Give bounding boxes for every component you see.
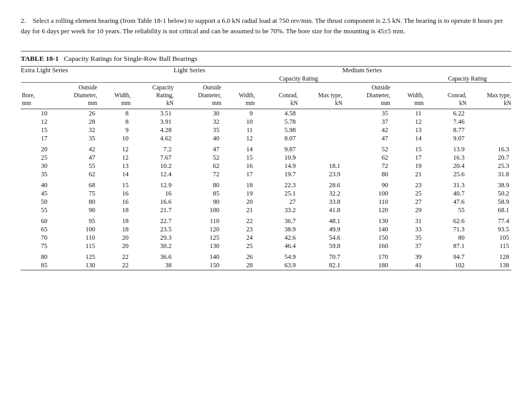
cell-bore: 30 <box>21 162 49 171</box>
cell-l-max: 32.2 <box>298 190 342 198</box>
cell-m-od: 52 <box>342 146 390 154</box>
table-row: 1735104.6240128.0747149.07 <box>21 135 511 143</box>
cell-l-od: 35 <box>174 126 221 135</box>
cell-m-max: 105 <box>467 234 511 242</box>
cell-l-con: 25.1 <box>255 190 298 198</box>
cell-l-od: 110 <box>174 217 221 226</box>
cell-l-con: 8.07 <box>255 135 298 143</box>
table-row: 153294.2835115.9842138.77 <box>21 126 511 135</box>
cell-l-w: 28 <box>221 262 255 270</box>
col-l-width: Width,mm <box>221 83 255 109</box>
cell-el-od: 35 <box>49 135 97 143</box>
cell-l-con: 9.87 <box>255 146 298 154</box>
cell-l-w: 21 <box>221 206 255 215</box>
cell-l-con: 46.4 <box>255 242 298 251</box>
cell-l-max <box>298 118 342 126</box>
cell-el-w: 12 <box>97 146 130 154</box>
cell-l-w: 26 <box>221 253 255 262</box>
cell-l-max: 54.6 <box>298 234 342 242</box>
cell-el-w: 10 <box>97 135 130 143</box>
cell-el-w: 22 <box>97 262 130 270</box>
cell-bore: 45 <box>21 190 49 198</box>
table-row: 122883.9132105.7837127.46 <box>21 118 511 126</box>
cell-bore: 20 <box>21 146 49 154</box>
cell-m-od: 90 <box>342 181 390 190</box>
cell-l-od: 40 <box>174 135 221 143</box>
cell-m-od: 42 <box>342 126 390 135</box>
cell-m-od: 120 <box>342 206 390 215</box>
cell-bore: 15 <box>21 126 49 135</box>
table-row: 55901821.71002133.241.8120295568.1 <box>21 206 511 215</box>
cell-el-cr: 4.62 <box>130 135 174 143</box>
cell-m-w: 29 <box>390 206 423 215</box>
medium-series-header: Medium Series <box>342 67 511 76</box>
cell-l-w: 23 <box>221 226 255 234</box>
problem-number: 2. <box>21 17 26 24</box>
cell-m-max: 16.3 <box>467 146 511 154</box>
cell-m-od: 110 <box>342 198 390 206</box>
cell-m-w: 37 <box>390 242 423 251</box>
cell-el-w: 16 <box>97 198 130 206</box>
cell-m-max <box>467 135 511 143</box>
cell-l-con: 63.9 <box>255 262 298 270</box>
cell-el-od: 90 <box>49 206 97 215</box>
col-l-od: OutsideDiameter,mm <box>174 83 221 109</box>
cell-l-con: 33.2 <box>255 206 298 215</box>
cell-bore: 60 <box>21 217 49 226</box>
cell-el-w: 18 <box>97 217 130 226</box>
cell-el-cr: 3.51 <box>130 110 174 118</box>
cell-l-max: 59.8 <box>298 242 342 251</box>
cell-m-w: 27 <box>390 198 423 206</box>
cell-l-max: 49.9 <box>298 226 342 234</box>
cell-l-od: 72 <box>174 171 221 179</box>
col-el-cr: CapacityRating,kN <box>130 83 174 109</box>
cell-l-max: 70.7 <box>298 253 342 262</box>
cell-m-w: 14 <box>390 135 423 143</box>
cell-m-w: 23 <box>390 181 423 190</box>
cell-el-od: 110 <box>49 234 97 242</box>
cell-bore: 55 <box>21 206 49 215</box>
cell-el-w: 22 <box>97 253 130 262</box>
cell-l-w: 18 <box>221 181 255 190</box>
cell-l-w: 20 <box>221 198 255 206</box>
cell-l-con: 5.98 <box>255 126 298 135</box>
cell-m-w: 31 <box>390 217 423 226</box>
cell-m-od: 35 <box>342 110 390 118</box>
cell-l-od: 30 <box>174 110 221 118</box>
medium-cap-rating-header: Capacity Rating <box>423 75 511 83</box>
cell-m-od: 62 <box>342 154 390 162</box>
cell-l-max <box>298 135 342 143</box>
cell-m-w: 19 <box>390 162 423 171</box>
table-description: Capacity Ratings for Single-Row Ball Bea… <box>64 55 197 62</box>
cell-m-max <box>467 126 511 135</box>
cell-el-cr: 36.6 <box>130 253 174 262</box>
cell-el-od: 47 <box>49 154 97 162</box>
cell-m-w: 41 <box>390 262 423 270</box>
cell-bore: 50 <box>21 198 49 206</box>
cell-el-od: 125 <box>49 253 97 262</box>
cell-el-cr: 16 <box>130 190 174 198</box>
cell-l-w: 16 <box>221 162 255 171</box>
table-row: 2042127.247149.87521513.916.3 <box>21 146 511 154</box>
cell-m-con: 31.3 <box>423 181 467 190</box>
cell-l-con: 36.7 <box>255 217 298 226</box>
cell-el-cr: 30.2 <box>130 242 174 251</box>
cell-el-od: 75 <box>49 190 97 198</box>
table-bottom-border <box>21 270 511 271</box>
col-header-row: Bore,mm OutsideDiameter,mm Width,mm Capa… <box>21 83 511 109</box>
extra-light-series-header: Extra Light Series <box>21 67 174 76</box>
cell-l-od: 140 <box>174 253 221 262</box>
cell-l-con: 5.78 <box>255 118 298 126</box>
cell-m-od: 140 <box>342 226 390 234</box>
table-section: TABLE 18-1 Capacity Ratings for Single-R… <box>21 51 511 271</box>
cell-m-od: 160 <box>342 242 390 251</box>
table-row: 801252236.61402654.970.71703994.7128 <box>21 253 511 262</box>
cell-el-w: 13 <box>97 162 130 171</box>
cell-l-con: 27 <box>255 198 298 206</box>
table-row: 8513022381502863.982.118041102138 <box>21 262 511 270</box>
cell-l-od: 130 <box>174 242 221 251</box>
cell-el-od: 62 <box>49 171 97 179</box>
cell-l-con: 10.9 <box>255 154 298 162</box>
cell-m-w: 17 <box>390 154 423 162</box>
cell-l-con: 4.58 <box>255 110 298 118</box>
